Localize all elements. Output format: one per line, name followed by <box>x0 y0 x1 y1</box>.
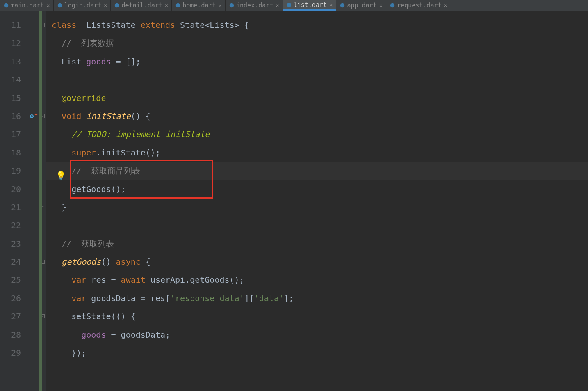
tab-home[interactable]: home.dart× <box>172 0 226 11</box>
svg-point-7 <box>390 3 395 8</box>
svg-point-6 <box>340 3 345 8</box>
close-icon[interactable]: × <box>165 2 168 9</box>
line-number[interactable]: 19 <box>0 162 39 180</box>
tab-request[interactable]: request.dart× <box>386 0 451 11</box>
code-line[interactable]: void initState() { <box>46 107 588 125</box>
line-number[interactable]: 28 <box>0 326 39 344</box>
line-number[interactable]: 25 <box>0 271 39 289</box>
dart-file-icon <box>57 2 63 8</box>
code-line[interactable]: } <box>46 198 588 216</box>
tab-list[interactable]: list.dart× <box>283 0 337 11</box>
close-icon[interactable]: × <box>329 2 333 8</box>
editor-tabs: main.dart× login.dart× detail.dart× home… <box>0 0 588 11</box>
code-line[interactable] <box>46 71 588 89</box>
line-number[interactable]: 18 <box>0 144 39 162</box>
line-number[interactable]: 12 <box>0 34 39 52</box>
line-number[interactable]: 24 <box>0 253 39 271</box>
code-editor: 11 12 13 14 15 16 17 18 19 20 21 22 23 2… <box>0 11 588 391</box>
change-bar <box>39 11 42 391</box>
line-number[interactable]: 13 <box>0 53 39 71</box>
code-line[interactable]: }); <box>46 344 588 362</box>
code-line[interactable]: setState(() { <box>46 307 588 325</box>
code-line[interactable]: var res = await userApi.getGoods(); <box>46 271 588 289</box>
dart-file-icon <box>286 2 292 8</box>
code-line[interactable]: goods = goodsData; <box>46 326 588 344</box>
line-number[interactable]: 26 <box>0 289 39 307</box>
close-icon[interactable]: × <box>444 2 447 9</box>
tab-app[interactable]: app.dart× <box>336 0 386 11</box>
close-icon[interactable]: × <box>379 2 383 9</box>
close-icon[interactable]: × <box>276 2 279 9</box>
line-number[interactable]: 29 <box>0 344 39 362</box>
code-line[interactable]: // 获取列表 <box>46 235 588 253</box>
close-icon[interactable]: × <box>46 2 50 9</box>
line-number[interactable]: 22 <box>0 216 39 234</box>
line-number[interactable]: 20 <box>0 180 39 198</box>
code-line[interactable] <box>46 216 588 234</box>
close-icon[interactable]: × <box>104 2 107 9</box>
code-line[interactable]: List goods = []; <box>46 53 588 71</box>
dart-file-icon <box>229 2 235 8</box>
code-line-current[interactable]: 💡 // 获取商品列表 <box>46 162 588 180</box>
code-line[interactable]: @override <box>46 89 588 107</box>
fold-column: - - ⌐ - - ⌐ <box>39 11 46 391</box>
tab-login[interactable]: login.dart× <box>54 0 111 11</box>
line-number[interactable]: 16 <box>0 107 39 125</box>
code-line[interactable]: getGoods() async { <box>46 253 588 271</box>
code-line[interactable]: class _ListsState extends State<Lists> { <box>46 16 588 34</box>
line-number[interactable]: 15 <box>0 89 39 107</box>
override-gutter-icon[interactable] <box>30 113 38 119</box>
line-number[interactable]: 21 <box>0 198 39 216</box>
svg-point-1 <box>57 3 62 8</box>
gutter: 11 12 13 14 15 16 17 18 19 20 21 22 23 2… <box>0 11 39 391</box>
tab-detail[interactable]: detail.dart× <box>111 0 172 11</box>
dart-file-icon <box>340 2 345 8</box>
line-number[interactable]: 27 <box>0 307 39 325</box>
code-line[interactable]: super.initState(); <box>46 144 588 162</box>
dart-file-icon <box>3 2 9 8</box>
line-number[interactable]: 11 <box>0 16 39 34</box>
close-icon[interactable]: × <box>219 2 222 9</box>
code-line[interactable]: // TODO: implement initState <box>46 125 588 143</box>
dart-file-icon <box>175 2 181 8</box>
svg-point-0 <box>4 3 9 8</box>
tab-index[interactable]: index.dart× <box>226 0 283 11</box>
text-caret <box>140 164 140 176</box>
dart-file-icon <box>390 2 395 8</box>
tab-main[interactable]: main.dart× <box>0 0 54 11</box>
line-number[interactable]: 23 <box>0 235 39 253</box>
code-area[interactable]: class _ListsState extends State<Lists> {… <box>46 11 588 391</box>
svg-point-4 <box>230 3 234 8</box>
code-line[interactable]: getGoods(); <box>46 180 588 198</box>
line-number[interactable]: 17 <box>0 125 39 143</box>
svg-point-5 <box>287 2 291 7</box>
dart-file-icon <box>114 2 120 8</box>
code-line[interactable]: var goodsData = res['response_data']['da… <box>46 289 588 307</box>
svg-point-2 <box>115 3 119 8</box>
svg-point-3 <box>176 3 180 8</box>
line-number[interactable]: 14 <box>0 71 39 89</box>
code-line[interactable]: // 列表数据 <box>46 34 588 52</box>
